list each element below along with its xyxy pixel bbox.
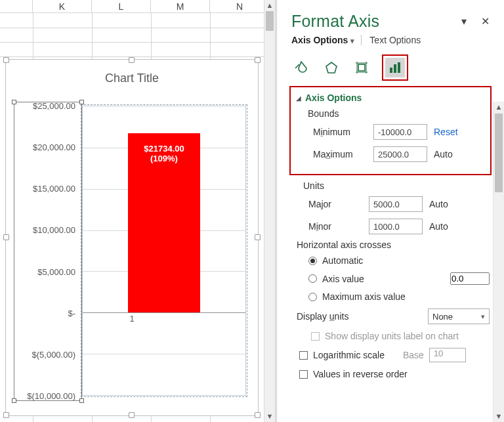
scroll-thumb[interactable]	[266, 11, 274, 31]
spreadsheet-area: K L M N ▲ ▼ Chart Title	[0, 0, 276, 422]
pane-vertical-scrollbar[interactable]: ▲ ▼	[493, 102, 504, 422]
values-reverse-order-label: Values in reverse order	[313, 369, 408, 379]
plot-region[interactable]: .bar-red{bottom:28.58%!important; height…	[82, 106, 246, 396]
units-minor-label: Minor	[308, 221, 362, 232]
y-tick-label: $(5,000.00)	[32, 349, 76, 359]
scroll-up-arrow-icon[interactable]: ▲	[264, 0, 275, 11]
hcross-axis-value-radio[interactable]: Axis value	[291, 270, 490, 289]
size-properties-icon[interactable]	[352, 58, 371, 77]
tab-axis-options[interactable]: Axis Options▾	[291, 35, 354, 45]
logarithmic-scale-label: Logarithmic scale	[313, 350, 385, 360]
bounds-min-input[interactable]	[373, 124, 427, 140]
bounds-max-label: Maximum	[313, 149, 367, 159]
units-label: Units	[291, 179, 490, 194]
axis-options-section-label: Axis Options	[305, 93, 362, 103]
svg-marker-0	[326, 62, 337, 73]
svg-rect-3	[394, 64, 396, 73]
y-axis-labels[interactable]: $25,000.00 $20,000.00 $15,000.00 $10,000…	[15, 106, 81, 396]
hcross-axisvalue-label: Axis value	[322, 274, 364, 284]
bounds-max-input[interactable]	[373, 146, 427, 162]
pane-title: Format Axis	[291, 12, 379, 31]
show-display-units-label: Show display units label on chart	[325, 331, 459, 341]
pane-body: ◢ Axis Options Bounds Minimum Reset Maxi…	[277, 86, 504, 389]
bounds-highlight-box: ◢ Axis Options Bounds Minimum Reset Maxi…	[289, 86, 492, 175]
hcross-maximum-radio[interactable]: Maximum axis value	[291, 289, 490, 306]
y-tick-label: $10,000.00	[33, 225, 75, 235]
collapse-triangle-icon[interactable]: ◢	[296, 95, 301, 102]
units-major-label: Major	[308, 199, 362, 209]
y-tick-label: $(10,000.00)	[27, 391, 75, 401]
units-major-input[interactable]	[369, 196, 423, 212]
display-units-label: Display units	[297, 311, 382, 322]
resize-handle[interactable]	[129, 57, 135, 63]
axis-options-section-header[interactable]: ◢ Axis Options	[296, 93, 488, 103]
display-units-select[interactable]: None ▾	[428, 308, 490, 324]
pane-tabs: Axis Options▾ Text Options	[277, 35, 504, 52]
resize-handle[interactable]	[255, 412, 261, 418]
resize-handle[interactable]	[3, 412, 9, 418]
bounds-label: Bounds	[296, 107, 488, 121]
y-tick-label: $20,000.00	[33, 142, 75, 152]
chevron-down-icon[interactable]: ▾	[350, 37, 354, 45]
resize-handle[interactable]	[129, 412, 135, 418]
horizontal-axis-crosses-label: Horizontal axis crosses	[291, 238, 490, 253]
svg-rect-1	[358, 64, 365, 71]
tab-text-options[interactable]: Text Options	[361, 35, 421, 45]
scroll-thumb[interactable]	[495, 114, 503, 192]
bounds-min-label: Minimum	[313, 127, 367, 137]
y-tick-label: $25,000.00	[33, 101, 75, 111]
log-base-label: Base	[403, 350, 424, 360]
scroll-up-arrow-icon[interactable]: ▲	[494, 102, 504, 113]
bounds-max-auto-label[interactable]: Auto	[434, 149, 464, 159]
x-category-label: 1	[15, 314, 249, 324]
units-major-auto-label[interactable]: Auto	[429, 199, 459, 209]
axis-options-icon[interactable]	[385, 58, 405, 77]
svg-rect-2	[390, 68, 392, 73]
display-units-value: None	[432, 312, 453, 322]
hcross-automatic-radio[interactable]: Automatic	[291, 253, 490, 270]
resize-handle[interactable]	[255, 57, 261, 63]
close-icon[interactable]: ✕	[481, 15, 490, 28]
units-minor-auto-label[interactable]: Auto	[429, 221, 459, 232]
units-minor-input[interactable]	[369, 219, 423, 234]
resize-handle[interactable]	[255, 234, 261, 240]
resize-handle[interactable]	[3, 57, 9, 63]
chevron-down-icon: ▾	[481, 312, 485, 321]
chart-title[interactable]: Chart Title	[6, 60, 258, 85]
column-headers: K L M N	[0, 0, 275, 13]
svg-rect-4	[398, 62, 400, 73]
col-header-left-gap	[0, 0, 33, 12]
values-reverse-order-checkbox[interactable]: Values in reverse order	[291, 366, 490, 383]
col-header[interactable]: K	[33, 0, 92, 12]
hcross-maximum-label: Maximum axis value	[322, 291, 406, 302]
col-header[interactable]: N	[210, 0, 269, 12]
bar-data-label[interactable]: $21734.00 (109%)	[130, 141, 198, 166]
pane-menu-dropdown-icon[interactable]: ▾	[461, 15, 467, 28]
bounds-min-reset-button[interactable]: Reset	[434, 127, 464, 137]
scroll-down-arrow-icon[interactable]: ▼	[494, 411, 504, 422]
scroll-down-arrow-icon[interactable]: ▼	[264, 411, 275, 422]
axis-options-icon-active-highlight	[382, 54, 408, 81]
format-category-icons	[277, 52, 504, 86]
sheet-vertical-scrollbar[interactable]: ▲ ▼	[264, 0, 275, 422]
plot-area: $25,000.00 $20,000.00 $15,000.00 $10,000…	[15, 99, 249, 396]
fill-line-icon[interactable]	[291, 58, 311, 77]
hcross-automatic-label: Automatic	[322, 255, 363, 266]
format-axis-pane: Format Axis ▾ ✕ Axis Options▾ Text Optio…	[276, 0, 504, 422]
hcross-axis-value-input[interactable]	[450, 272, 490, 285]
chart-object[interactable]: Chart Title $25,000.00 $20,000.00 $15,00…	[5, 59, 259, 416]
log-base-input[interactable]: 10	[429, 348, 466, 362]
logarithmic-scale-checkbox[interactable]: Logarithmic scale Base 10	[291, 345, 490, 366]
show-display-units-checkbox: Show display units label on chart	[291, 328, 490, 345]
resize-handle[interactable]	[3, 234, 9, 240]
y-tick-label: $15,000.00	[33, 184, 75, 194]
y-tick-label: $5,000.00	[37, 266, 75, 276]
col-header[interactable]: L	[92, 0, 151, 12]
effects-icon[interactable]	[322, 58, 341, 77]
col-header[interactable]: M	[151, 0, 210, 12]
